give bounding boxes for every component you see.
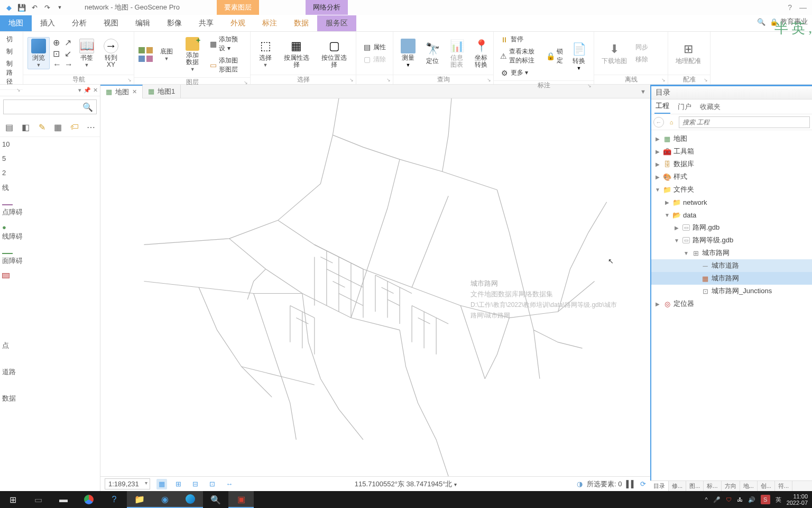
tray-vol-icon[interactable]: 🔊	[748, 496, 755, 503]
list-item[interactable]: 5	[0, 151, 100, 166]
catalog-tab-project[interactable]: 工程	[654, 99, 670, 114]
app1-icon[interactable]: ◉	[152, 491, 178, 508]
list-item[interactable]: 面障碍	[0, 253, 100, 269]
btab-6[interactable]: 创...	[758, 481, 775, 491]
tree-fc1[interactable]: ─城市道路	[651, 259, 812, 272]
chrome-icon[interactable]	[76, 491, 102, 508]
tab-data[interactable]: 数据	[285, 15, 317, 31]
list-item[interactable]: 2	[0, 166, 100, 180]
tree-styles[interactable]: ▶🎨样式	[651, 170, 812, 183]
tab-view[interactable]: 视图	[95, 15, 127, 31]
list-item[interactable]	[0, 196, 100, 204]
tab-map[interactable]: 地图	[0, 15, 32, 31]
redo-icon[interactable]: ↷	[42, 3, 52, 12]
list-item[interactable]: 10	[0, 137, 100, 151]
addpreset-button[interactable]: ▦添加预设 ▾	[208, 34, 246, 54]
tab-labeling[interactable]: 标注	[254, 15, 285, 31]
tree-gdb2[interactable]: ▼▭路网等级.gdb	[651, 234, 812, 247]
list-item[interactable]: 线	[0, 180, 100, 196]
gotoxy-button[interactable]: →转到 XY	[100, 38, 122, 69]
ime-indicator[interactable]: S	[761, 495, 770, 504]
btab-2[interactable]: 图...	[686, 481, 704, 491]
select-button[interactable]: ⬚选择▼	[255, 38, 276, 69]
files-icon[interactable]: 📁	[127, 491, 152, 508]
list-sel-icon[interactable]: ▦	[52, 121, 64, 133]
zoom-out-icon[interactable]: ↙	[64, 49, 73, 59]
contents-search[interactable]: 🔍	[3, 99, 97, 114]
tabs-dropdown-icon[interactable]: ▼	[636, 88, 650, 95]
list-item[interactable]: 线障碍	[0, 229, 100, 244]
select-by-attr-button[interactable]: ▦按属性选择	[279, 38, 314, 69]
zoom-in-icon[interactable]: ↗	[64, 38, 73, 48]
next-extent-icon[interactable]: →	[64, 60, 73, 69]
panel-close-icon[interactable]: ✕	[93, 87, 98, 94]
catalog-tab-portal[interactable]: 门户	[677, 100, 693, 114]
start-button[interactable]: ⊞	[0, 491, 25, 508]
context-tab-features[interactable]: 要素图层	[217, 0, 259, 15]
command-search-icon[interactable]: 🔍	[757, 18, 765, 26]
tray-up-icon[interactable]: ^	[705, 496, 707, 503]
list-item[interactable]: 点障碍	[0, 204, 100, 220]
btab-4[interactable]: 方向	[722, 481, 740, 491]
list-item[interactable]: 点	[0, 338, 100, 353]
tree-gdb1[interactable]: ▶▭路网.gdb	[651, 221, 812, 234]
tray-mic-icon[interactable]: 🎤	[713, 496, 721, 503]
tab-analysis[interactable]: 分析	[63, 15, 95, 31]
measure-button[interactable]: 测量▼	[398, 38, 419, 69]
copypath-button[interactable]: 制路径	[4, 58, 19, 87]
app-icon[interactable]: ◆	[4, 3, 14, 12]
list-edit-icon[interactable]: ✎	[36, 121, 48, 133]
tree-data[interactable]: ▼📂data	[651, 208, 812, 221]
adddata-button[interactable]: 添加数据▼	[180, 36, 205, 73]
scale-selector[interactable]: 1:189,231	[105, 478, 150, 489]
undo-icon[interactable]: ↶	[30, 3, 39, 12]
zoom-sel-icon[interactable]: ⊡	[53, 49, 61, 59]
coordinates[interactable]: 115.7100552°东 38.7471945°北 ▾	[355, 479, 457, 489]
attributes-button[interactable]: ▤属性	[361, 42, 388, 53]
tree-folders[interactable]: ▼📁文件夹	[651, 183, 812, 196]
list-item[interactable]: ●	[0, 220, 100, 229]
powerpoint-icon[interactable]: ▣	[228, 491, 254, 508]
addgraphic-button[interactable]: ▭添加图形图层	[208, 55, 246, 75]
explore-button[interactable]: 浏览▼	[27, 37, 50, 69]
tree-junc[interactable]: ⊡城市路网_Junctions	[651, 285, 812, 297]
tree-network[interactable]: ▶📁network	[651, 196, 812, 208]
select-by-loc-button[interactable]: ▢按位置选择	[317, 38, 352, 69]
infographics-button[interactable]: 📊信息图表	[446, 38, 467, 69]
georef-button[interactable]: ⊞地理配准	[672, 41, 704, 66]
tab-share[interactable]: 共享	[190, 15, 222, 31]
list-item[interactable]	[0, 244, 100, 253]
more-label-button[interactable]: ⚙更多 ▾	[498, 67, 541, 78]
tab-servicearea[interactable]: 服务区	[317, 15, 356, 31]
ime-lang[interactable]: 英	[776, 496, 781, 504]
catalog-search-input[interactable]	[679, 116, 810, 128]
list-drawing-icon[interactable]: ▤	[3, 121, 15, 133]
list-more-icon[interactable]: ⋯	[85, 121, 97, 133]
convert-button[interactable]: 📄转换▼	[568, 41, 589, 72]
list-item[interactable]: 道路	[0, 364, 100, 380]
list-item[interactable]	[0, 269, 100, 279]
help2-icon[interactable]: ?	[102, 491, 127, 508]
edge-icon[interactable]	[178, 491, 203, 508]
list-source-icon[interactable]: ◧	[20, 121, 32, 133]
dyn-icon[interactable]: ⊟	[190, 479, 201, 489]
tab-insert[interactable]: 插入	[32, 15, 63, 31]
list-item[interactable]: 数据	[0, 391, 100, 406]
tree-fd[interactable]: ▼⊞城市路网	[651, 247, 812, 259]
prev-extent-icon[interactable]: ←	[53, 60, 61, 69]
catalog-tab-fav[interactable]: 收藏夹	[699, 100, 722, 114]
pause-draw-icon[interactable]: ▌▌	[626, 480, 636, 488]
explorer-icon[interactable]: ▬	[51, 491, 76, 508]
snap-icon[interactable]: ▦	[156, 479, 167, 489]
grid-icon[interactable]: ⊞	[173, 479, 184, 489]
tree-nd[interactable]: ▦城市路网	[651, 272, 812, 285]
bookmarks-button[interactable]: 📖书签▼	[76, 38, 97, 69]
view-unplaced-button[interactable]: ⚠查看未放置的标注	[498, 46, 541, 66]
refresh-icon[interactable]: ⟳	[640, 480, 646, 488]
btab-3[interactable]: 标...	[704, 481, 721, 491]
tree-toolboxes[interactable]: ▶🧰工具箱	[651, 145, 812, 158]
locate-button[interactable]: 🔭定位	[422, 41, 443, 66]
panel-pin-icon[interactable]: 📌	[84, 87, 91, 94]
lock-label-button[interactable]: 🔒锁定	[544, 46, 565, 66]
coord-convert-button[interactable]: 📍坐标转换	[470, 38, 492, 69]
